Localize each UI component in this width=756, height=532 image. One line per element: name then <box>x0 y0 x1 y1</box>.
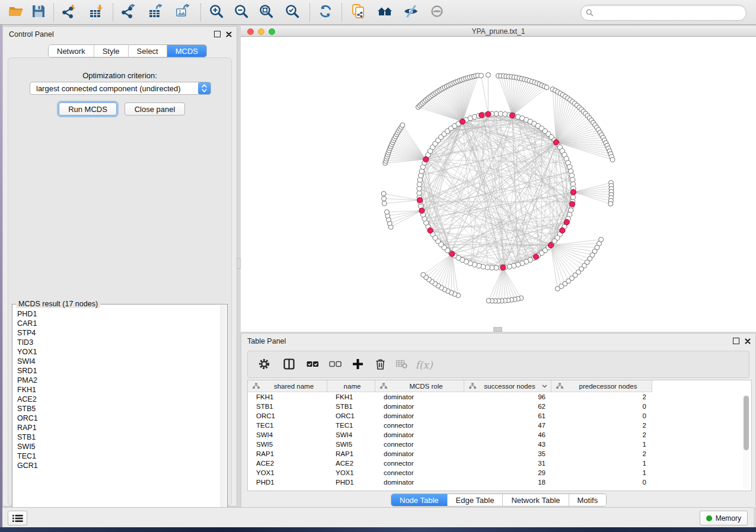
column-header-name[interactable]: name <box>327 380 375 392</box>
mcds-result-item[interactable]: FKH1 <box>13 385 221 395</box>
export-image-icon <box>176 4 191 21</box>
close-panel-icon[interactable] <box>226 31 232 37</box>
cell-name: SWI4 <box>327 431 375 438</box>
cell-predecessor-nodes: 0 <box>551 479 652 486</box>
table-row[interactable]: FKH1FKH1dominator962 <box>248 392 751 402</box>
add-column-button[interactable] <box>350 357 365 373</box>
column-header-MCDS-role[interactable]: MCDS role <box>375 380 464 392</box>
zoom-in-icon <box>209 4 224 21</box>
mcds-result-item[interactable]: STP4 <box>13 328 221 338</box>
table-row[interactable]: ACE2ACE2connector311 <box>248 459 751 468</box>
mcds-result-item[interactable]: STB1 <box>13 432 221 442</box>
tab-style[interactable]: Style <box>94 45 129 57</box>
cell-name: YOX1 <box>327 469 375 476</box>
tab-motifs[interactable]: Motifs <box>569 494 607 506</box>
zoom-out-button[interactable] <box>231 2 251 23</box>
mcds-result-item[interactable]: ORC1 <box>13 414 221 423</box>
mcds-result-item[interactable]: TID3 <box>13 338 221 347</box>
table-scrollbar-thumb[interactable] <box>744 396 749 450</box>
toolbar-separator <box>113 4 113 21</box>
run-mcds-button[interactable]: Run MCDS <box>59 102 117 116</box>
search-input[interactable] <box>594 7 746 19</box>
mcds-result-item[interactable]: GCR1 <box>13 461 221 470</box>
cell-name: STB1 <box>327 403 375 410</box>
mcds-result-item[interactable]: PHD1 <box>13 309 221 319</box>
mcds-result-item[interactable]: RAP1 <box>13 423 221 432</box>
search-field[interactable] <box>580 5 747 21</box>
mcds-result-item[interactable]: ACE2 <box>13 395 221 404</box>
show-column-panel-button[interactable] <box>281 357 296 373</box>
mcds-result-item[interactable]: SWI5 <box>13 442 221 451</box>
select-all-columns-button[interactable] <box>305 357 320 373</box>
memory-button[interactable]: Memory <box>700 511 748 525</box>
open-file-button[interactable] <box>6 2 26 23</box>
task-history-button[interactable] <box>8 511 27 525</box>
export-table-button[interactable] <box>146 2 166 23</box>
export-network-button[interactable] <box>119 2 139 23</box>
table-settings-button[interactable] <box>256 357 272 373</box>
tab-network[interactable]: Network <box>49 45 94 57</box>
unselect-all-columns-button[interactable] <box>327 357 343 373</box>
mcds-list-scrollbar[interactable] <box>221 305 227 523</box>
criterion-dropdown[interactable]: largest connected component (undirected) <box>30 82 211 95</box>
mcds-result-item[interactable]: YOX1 <box>13 347 221 357</box>
mcds-result-item[interactable]: STB5 <box>13 404 221 414</box>
optimization-criterion-label: Optimization criterion: <box>8 71 231 80</box>
cell-mcds-role: connector <box>375 441 464 448</box>
table-row[interactable]: PHD1PHD1dominator180 <box>248 477 751 487</box>
import-table-button[interactable] <box>87 2 107 23</box>
import-network-button[interactable] <box>59 2 79 23</box>
open-file-icon <box>8 4 24 21</box>
tab-select[interactable]: Select <box>129 45 167 57</box>
delete-column-button[interactable] <box>372 357 388 373</box>
refresh-button[interactable] <box>315 2 336 23</box>
delete-table-button[interactable] <box>394 357 409 373</box>
horizontal-splitter-handle[interactable] <box>493 327 502 332</box>
table-toolbar: f(x) <box>247 351 749 378</box>
mcds-result-item[interactable]: TEC1 <box>13 451 221 461</box>
zoom-fit-button[interactable] <box>256 2 276 23</box>
function-builder-button[interactable]: f(x) <box>416 357 432 373</box>
float-panel-icon[interactable] <box>214 31 221 37</box>
mcds-result-list[interactable]: PHD1CAR1STP4TID3YOX1SWI4SRD1PMA2FKH1ACE2… <box>13 309 221 523</box>
tab-node-table[interactable]: Node Table <box>391 494 448 506</box>
show-details-button[interactable] <box>427 2 447 23</box>
list-icon <box>12 514 23 523</box>
table-row[interactable]: SWI4SWI4dominator462 <box>248 430 751 440</box>
tab-mcds[interactable]: MCDS <box>167 45 206 57</box>
table-row[interactable]: ORC1ORC1dominator610 <box>248 411 751 421</box>
close-table-panel-icon[interactable] <box>745 338 751 344</box>
table-row[interactable]: STB1STB1dominator620 <box>248 402 751 411</box>
vertical-splitter-handle[interactable] <box>237 258 241 269</box>
cell-shared-name: STB1 <box>248 403 327 410</box>
mcds-result-item[interactable]: CAR1 <box>13 319 221 328</box>
zoom-selected-button[interactable] <box>282 2 302 23</box>
table-scrollbar[interactable] <box>743 395 749 489</box>
show-details-icon <box>429 4 445 21</box>
network-graph[interactable] <box>241 37 756 332</box>
mcds-result-item[interactable]: PMA2 <box>13 376 221 385</box>
cell-successor-nodes: 18 <box>464 479 551 486</box>
mcds-result-item[interactable]: SRD1 <box>13 366 221 376</box>
clone-network-button[interactable] <box>349 2 369 23</box>
table-row[interactable]: SWI5SWI5connector431 <box>248 440 751 449</box>
home-button[interactable] <box>375 2 395 23</box>
save-session-button[interactable] <box>28 2 49 23</box>
float-table-panel-icon[interactable] <box>733 338 739 344</box>
close-panel-button[interactable]: Close panel <box>125 102 185 116</box>
network-window-titlebar[interactable]: YPA_prune.txt_1 <box>241 26 756 37</box>
table-row[interactable]: TEC1TEC1connector472 <box>248 421 751 430</box>
column-header-shared-name[interactable]: shared name <box>248 380 327 392</box>
mcds-result-group: MCDS result (17 nodes) PHD1CAR1STP4TID3Y… <box>12 304 228 524</box>
hide-details-button[interactable] <box>401 2 421 23</box>
column-header-successor-nodes[interactable]: successor nodes <box>464 380 551 392</box>
table-row[interactable]: RAP1RAP1dominator352 <box>248 449 751 459</box>
export-image-button[interactable] <box>173 2 193 23</box>
zoom-in-button[interactable] <box>206 2 227 23</box>
tab-edge-table[interactable]: Edge Table <box>448 494 503 506</box>
table-row[interactable]: YOX1YOX1connector291 <box>248 468 751 477</box>
import-network-icon <box>62 4 77 21</box>
column-header-predecessor-nodes[interactable]: predecessor nodes <box>551 380 652 392</box>
tab-network-table[interactable]: Network Table <box>503 494 569 506</box>
mcds-result-item[interactable]: SWI4 <box>13 357 221 366</box>
